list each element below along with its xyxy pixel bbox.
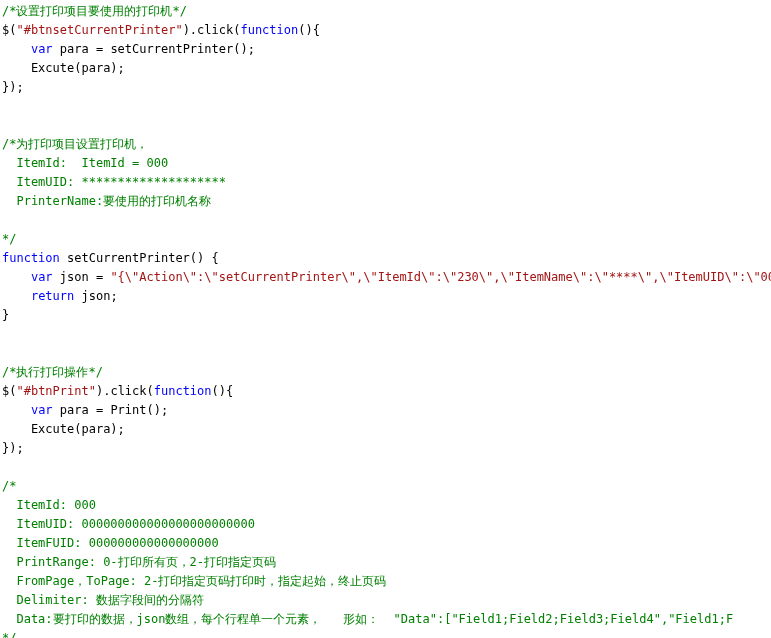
- code-line: */: [2, 230, 771, 249]
- token-punct: (){: [212, 384, 234, 398]
- code-line: /*执行打印操作*/: [2, 363, 771, 382]
- code-line: [2, 211, 771, 230]
- comment: PrinterName:要使用的打印机名称: [2, 194, 211, 208]
- token-fn: json =: [53, 270, 111, 284]
- comment: */: [2, 631, 16, 638]
- code-line: /*设置打印项目要使用的打印机*/: [2, 2, 771, 21]
- code-line: PrintRange: 0-打印所有页，2-打印指定页码: [2, 553, 771, 572]
- comment: ItemUID: ********************: [2, 175, 226, 189]
- code-line: */: [2, 629, 771, 638]
- code-line: /*为打印项目设置打印机，: [2, 135, 771, 154]
- comment: ItemId: 000: [2, 498, 96, 512]
- comment: ItemUID: 000000000000000000000000: [2, 517, 255, 531]
- code-line: Delimiter: 数据字段间的分隔符: [2, 591, 771, 610]
- code-line: var para = setCurrentPrinter();: [2, 40, 771, 59]
- token-str: "#btnPrint": [16, 384, 95, 398]
- comment: */: [2, 232, 16, 246]
- code-line: var json = "{\"Action\":\"setCurrentPrin…: [2, 268, 771, 287]
- token-fn: }: [2, 308, 9, 322]
- token-punct: [2, 42, 31, 56]
- comment: FromPage，ToPage: 2-打印指定页码打印时，指定起始，终止页码: [2, 574, 387, 588]
- code-line: ItemUID: 000000000000000000000000: [2, 515, 771, 534]
- code-line: Data:要打印的数据，json数组，每个行程单一个元素， 形如： "Data"…: [2, 610, 771, 629]
- code-line: [2, 458, 771, 477]
- token-fn: setCurrentPrinter() {: [60, 251, 219, 265]
- code-line: Excute(para);: [2, 59, 771, 78]
- token-kw: function: [240, 23, 298, 37]
- comment: ItemFUID: 000000000000000000: [2, 536, 219, 550]
- code-line: ItemId: ItemId = 000: [2, 154, 771, 173]
- comment: Data:要打印的数据，json数组，每个行程单一个元素， 形如： "Data"…: [2, 612, 733, 626]
- token-fn: });: [2, 80, 24, 94]
- code-line: /*: [2, 477, 771, 496]
- token-punct: ).click(: [183, 23, 241, 37]
- token-punct: [2, 270, 31, 284]
- comment: /*为打印项目设置打印机，: [2, 137, 148, 151]
- token-kw: return: [31, 289, 74, 303]
- comment: PrintRange: 0-打印所有页，2-打印指定页码: [2, 555, 276, 569]
- code-line: [2, 344, 771, 363]
- code-block: /*设置打印项目要使用的打印机*/$("#btnsetCurrentPrinte…: [0, 0, 771, 638]
- token-kw: function: [2, 251, 60, 265]
- comment: /*设置打印项目要使用的打印机*/: [2, 4, 187, 18]
- code-line: [2, 116, 771, 135]
- code-line: }: [2, 306, 771, 325]
- code-line: ItemFUID: 000000000000000000: [2, 534, 771, 553]
- token-fn: });: [2, 441, 24, 455]
- token-kw: var: [31, 270, 53, 284]
- code-line: });: [2, 439, 771, 458]
- token-str: "#btnsetCurrentPrinter": [16, 23, 182, 37]
- token-fn: Excute(para);: [2, 422, 125, 436]
- code-line: $("#btnsetCurrentPrinter").click(functio…: [2, 21, 771, 40]
- token-fn: para = Print();: [53, 403, 169, 417]
- token-fn: para = setCurrentPrinter();: [53, 42, 255, 56]
- code-line: $("#btnPrint").click(function(){: [2, 382, 771, 401]
- token-punct: [2, 289, 31, 303]
- code-line: ItemUID: ********************: [2, 173, 771, 192]
- code-line: function setCurrentPrinter() {: [2, 249, 771, 268]
- code-line: var para = Print();: [2, 401, 771, 420]
- code-line: return json;: [2, 287, 771, 306]
- token-str: "{\"Action\":\"setCurrentPrinter\",\"Ite…: [110, 270, 771, 284]
- token-fn: json;: [74, 289, 117, 303]
- token-kw: var: [31, 42, 53, 56]
- comment: /*执行打印操作*/: [2, 365, 103, 379]
- code-line: [2, 97, 771, 116]
- token-punct: (){: [298, 23, 320, 37]
- token-kw: function: [154, 384, 212, 398]
- code-line: });: [2, 78, 771, 97]
- comment: /*: [2, 479, 16, 493]
- code-line: FromPage，ToPage: 2-打印指定页码打印时，指定起始，终止页码: [2, 572, 771, 591]
- comment: Delimiter: 数据字段间的分隔符: [2, 593, 204, 607]
- code-line: ItemId: 000: [2, 496, 771, 515]
- comment: ItemId: ItemId = 000: [2, 156, 168, 170]
- code-line: Excute(para);: [2, 420, 771, 439]
- token-fn: Excute(para);: [2, 61, 125, 75]
- token-punct: ).click(: [96, 384, 154, 398]
- code-line: PrinterName:要使用的打印机名称: [2, 192, 771, 211]
- token-punct: [2, 403, 31, 417]
- code-line: [2, 325, 771, 344]
- token-kw: var: [31, 403, 53, 417]
